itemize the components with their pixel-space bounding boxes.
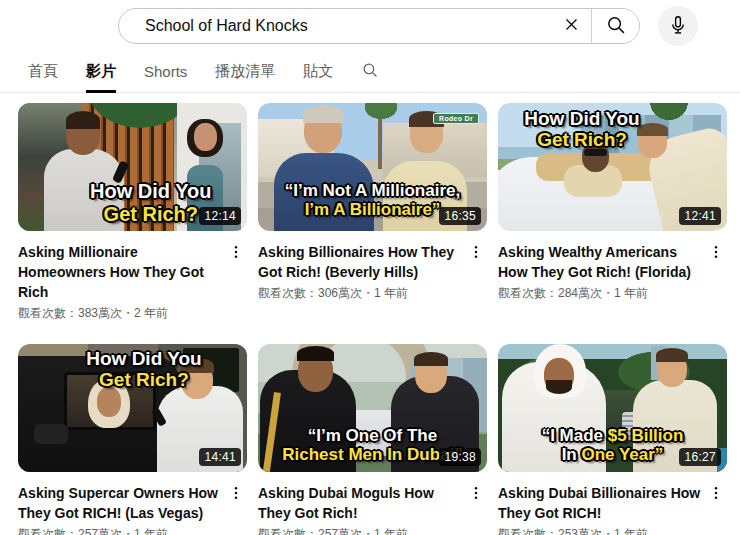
video-title[interactable]: Asking Millionaire Homeowners How They G… [18, 242, 225, 302]
kebab-menu-icon [228, 243, 244, 264]
video-menu-button[interactable] [225, 242, 247, 264]
video-title[interactable]: Asking Dubai Billionaires How They Got R… [498, 483, 705, 523]
search-icon [361, 61, 379, 82]
tab-playlists[interactable]: 播放清單 [215, 52, 275, 93]
duration-badge: 12:14 [199, 207, 241, 225]
search-icon [605, 14, 627, 39]
video-thumbnail[interactable]: “I Made $5 Billion In One Year” 16:27 [498, 344, 727, 472]
microphone-icon [667, 14, 689, 39]
duration-badge: 14:41 [199, 448, 241, 466]
video-title[interactable]: Asking Supercar Owners How They Got RICH… [18, 483, 225, 523]
video-thumbnail[interactable]: Rodeo Dr “I’m Not A Millionaire, I’m A B… [258, 103, 487, 231]
video-meta: 觀看次數：257萬次・1 年前 [18, 526, 247, 535]
search-input[interactable] [119, 9, 551, 43]
street-sign: Rodeo Dr [433, 113, 479, 124]
tab-videos[interactable]: 影片 [86, 52, 116, 93]
video-thumbnail[interactable]: “I’m One Of The Richest Men In Dubai” 19… [258, 344, 487, 472]
search-button[interactable] [591, 9, 639, 43]
kebab-menu-icon [708, 484, 724, 505]
video-menu-button[interactable] [225, 483, 247, 505]
tab-posts[interactable]: 貼文 [303, 52, 333, 93]
video-card: “I Made $5 Billion In One Year” 16:27 As… [498, 344, 727, 535]
thumbnail-art [546, 380, 572, 394]
thumbnail-art [362, 103, 400, 121]
tab-shorts[interactable]: Shorts [144, 52, 187, 93]
duration-badge: 16:35 [439, 207, 481, 225]
tab-home[interactable]: 首頁 [28, 52, 58, 93]
duration-badge: 19:38 [439, 448, 481, 466]
video-thumbnail[interactable]: How Did You Get Rich? 14:41 [18, 344, 247, 472]
kebab-menu-icon [468, 484, 484, 505]
video-thumbnail[interactable]: How Did You Get Rich? 12:41 [498, 103, 727, 231]
video-title[interactable]: Asking Billionaires How They Got Rich! (… [258, 242, 465, 282]
clear-search-button[interactable] [551, 9, 591, 43]
video-title[interactable]: Asking Wealthy Americans How They Got Ri… [498, 242, 705, 282]
thumbnail-overlay-text: How Did You Get Rich? [59, 348, 228, 391]
result-tabs: 首頁 影片 Shorts 播放清單 貼文 [0, 52, 740, 93]
video-meta: 觀看次數：257萬次・1 年前 [258, 526, 487, 535]
video-card: How Did You Get Rich? 14:41 Asking Super… [18, 344, 247, 535]
video-grid: How Did You Get Rich? 12:14 Asking Milli… [0, 93, 740, 535]
search-bar [118, 8, 640, 44]
video-menu-button[interactable] [705, 242, 727, 264]
thumbnail-art [297, 346, 334, 361]
video-thumbnail[interactable]: How Did You Get Rich? 12:14 [18, 103, 247, 231]
thumbnail-overlay-text: How Did You Get Rich? [502, 108, 662, 151]
close-icon [563, 16, 580, 36]
video-card: “I’m One Of The Richest Men In Dubai” 19… [258, 344, 487, 535]
video-menu-button[interactable] [465, 483, 487, 505]
thumbnail-art [34, 424, 68, 444]
duration-badge: 12:41 [679, 207, 721, 225]
thumbnail-art [656, 348, 688, 362]
video-menu-button[interactable] [705, 483, 727, 505]
tab-search-button[interactable] [361, 52, 379, 90]
video-meta: 觀看次數：253萬次・1 年前 [498, 526, 727, 535]
voice-search-button[interactable] [658, 6, 698, 46]
video-card: Rodeo Dr “I’m Not A Millionaire, I’m A B… [258, 103, 487, 322]
kebab-menu-icon [228, 484, 244, 505]
video-meta: 觀看次數：383萬次・2 年前 [18, 305, 247, 322]
thumbnail-art [97, 387, 121, 417]
thumbnail-art [194, 123, 217, 151]
video-meta: 觀看次數：284萬次・1 年前 [498, 285, 727, 302]
video-card: How Did You Get Rich? 12:41 Asking Wealt… [498, 103, 727, 322]
kebab-menu-icon [708, 243, 724, 264]
video-title[interactable]: Asking Dubai Moguls How They Got Rich! [258, 483, 465, 523]
video-meta: 觀看次數：306萬次・1 年前 [258, 285, 487, 302]
thumbnail-art [414, 352, 448, 366]
video-card: How Did You Get Rich? 12:14 Asking Milli… [18, 103, 247, 322]
video-menu-button[interactable] [465, 242, 487, 264]
thumbnail-art [66, 111, 100, 129]
top-bar [0, 0, 740, 52]
duration-badge: 16:27 [679, 448, 721, 466]
kebab-menu-icon [468, 243, 484, 264]
thumbnail-art [303, 105, 343, 123]
